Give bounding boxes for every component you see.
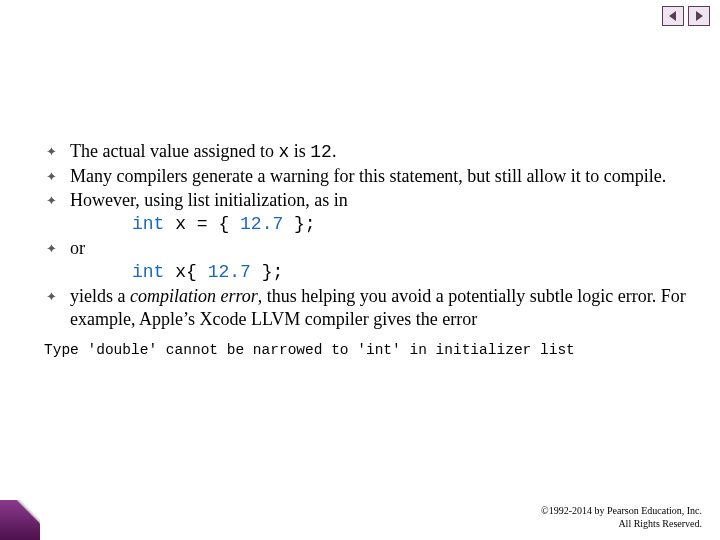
code-text: x{ <box>164 262 207 282</box>
code-text: }; <box>283 214 315 234</box>
code-inline: 12 <box>310 142 332 162</box>
prev-slide-button[interactable] <box>662 6 684 26</box>
bullet-icon: ✦ <box>44 140 70 163</box>
text: The actual value assigned to <box>70 141 278 161</box>
bullet-icon: ✦ <box>44 189 70 212</box>
code-inline: x <box>278 142 289 162</box>
copyright-footer: ©1992-2014 by Pearson Education, Inc. Al… <box>541 505 702 530</box>
arrow-right-icon <box>693 10 705 22</box>
bullet-item: ✦ The actual value assigned to x is 12. <box>44 140 686 164</box>
arrow-left-icon <box>667 10 679 22</box>
code-line: int x{ 12.7 }; <box>44 261 686 284</box>
code-line: int x = { 12.7 }; <box>44 213 686 236</box>
svg-marker-0 <box>669 11 676 21</box>
bullet-text: Many compilers generate a warning for th… <box>70 165 686 188</box>
bullet-icon: ✦ <box>44 165 70 188</box>
bullet-item: ✦ yields a compilation error, thus helpi… <box>44 285 686 331</box>
bullet-text: yields a compilation error, thus helping… <box>70 285 686 331</box>
emphasis: compilation error <box>130 286 258 306</box>
code-keyword: int <box>132 262 164 282</box>
code-keyword: int <box>132 214 164 234</box>
bullet-icon: ✦ <box>44 237 70 260</box>
slide-body: ✦ The actual value assigned to x is 12. … <box>44 140 686 360</box>
footer-line: All Rights Reserved. <box>541 518 702 531</box>
text: . <box>332 141 337 161</box>
nav-controls <box>662 6 710 26</box>
bullet-text: or <box>70 237 686 260</box>
text: is <box>289 141 310 161</box>
bullet-item: ✦ However, using list initialization, as… <box>44 189 686 212</box>
bullet-icon: ✦ <box>44 285 70 308</box>
svg-marker-1 <box>696 11 703 21</box>
footer-line: ©1992-2014 by Pearson Education, Inc. <box>541 505 702 518</box>
next-slide-button[interactable] <box>688 6 710 26</box>
code-number: 12.7 <box>208 262 251 282</box>
bullet-item: ✦ Many compilers generate a warning for … <box>44 165 686 188</box>
page-curl-decoration <box>0 500 40 540</box>
bullet-item: ✦ or <box>44 237 686 260</box>
code-number: 12.7 <box>240 214 283 234</box>
compiler-error-text: Type 'double' cannot be narrowed to 'int… <box>44 341 686 360</box>
code-block: int x{ 12.7 }; <box>70 261 686 284</box>
text: yields a <box>70 286 130 306</box>
code-block: int x = { 12.7 }; <box>70 213 686 236</box>
code-text: x = { <box>164 214 240 234</box>
code-text: }; <box>251 262 283 282</box>
bullet-text: However, using list initialization, as i… <box>70 189 686 212</box>
bullet-text: The actual value assigned to x is 12. <box>70 140 686 164</box>
